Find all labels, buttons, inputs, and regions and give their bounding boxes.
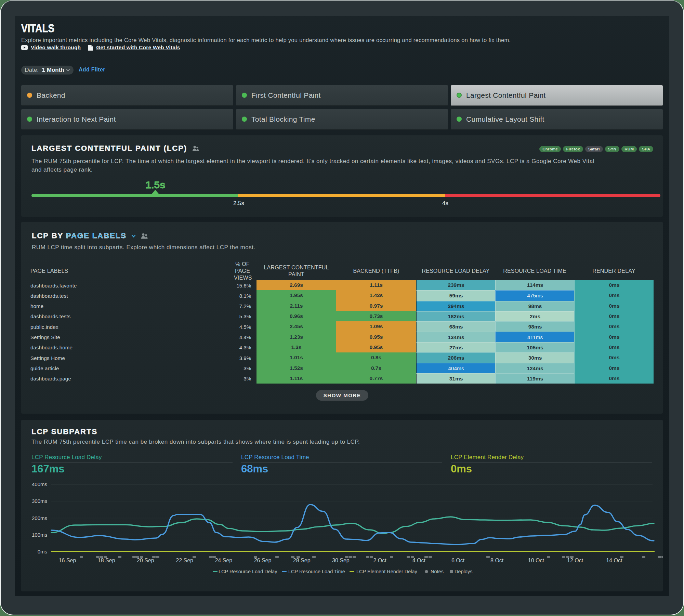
svg-text:4 Oct: 4 Oct — [412, 558, 426, 563]
svg-text:18 Sep: 18 Sep — [98, 558, 115, 563]
svg-text:30 Sep: 30 Sep — [332, 558, 350, 563]
svg-text:14 Oct: 14 Oct — [606, 558, 622, 563]
svg-text:LCP Element Render Delay: LCP Element Render Delay — [356, 569, 418, 574]
svg-text:10 Oct: 10 Oct — [528, 558, 544, 563]
svg-text:24 Sep: 24 Sep — [215, 558, 232, 563]
svg-text:22 Sep: 22 Sep — [176, 558, 193, 563]
svg-text:200ms: 200ms — [32, 515, 47, 521]
svg-text:8 Oct: 8 Oct — [490, 558, 504, 563]
svg-text:20 Sep: 20 Sep — [137, 558, 154, 563]
svg-text:26 Sep: 26 Sep — [254, 558, 272, 563]
svg-text:LCP Resource Load Time: LCP Resource Load Time — [288, 569, 345, 574]
svg-text:400ms: 400ms — [32, 481, 47, 487]
svg-text:100ms: 100ms — [32, 532, 47, 538]
svg-text:LCP Resource Load Delay: LCP Resource Load Delay — [219, 569, 277, 574]
svg-text:6 Oct: 6 Oct — [451, 558, 465, 563]
svg-text:2 Oct: 2 Oct — [373, 558, 386, 563]
svg-text:0ms: 0ms — [38, 549, 47, 554]
svg-text:Deploys: Deploys — [455, 569, 472, 574]
svg-text:16 Sep: 16 Sep — [59, 558, 76, 563]
svg-text:300ms: 300ms — [32, 498, 47, 504]
svg-text:28 Sep: 28 Sep — [293, 558, 311, 563]
svg-text:Notes: Notes — [431, 569, 444, 574]
svg-text:12 Oct: 12 Oct — [567, 558, 583, 563]
